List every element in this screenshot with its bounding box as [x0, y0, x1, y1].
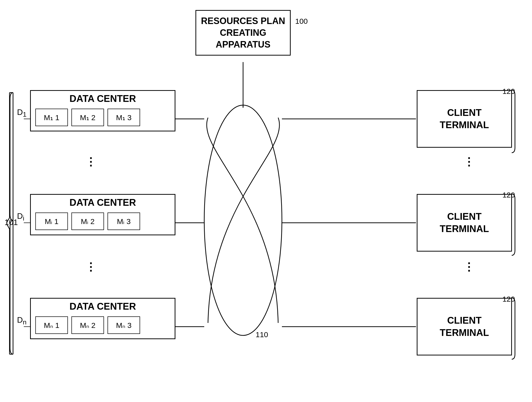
dc3-title: DATA CENTER — [31, 299, 175, 314]
rpca-title3: APPARATUS — [216, 39, 271, 50]
rpca-title: RESOURCES PLAN — [201, 16, 285, 26]
dc2-m3: Mᵢ 3 — [108, 213, 140, 230]
dc1-m3: M₁ 3 — [108, 109, 140, 126]
ct3-box: CLIENTTERMINAL — [417, 298, 512, 355]
dc3-m2: Mₙ 2 — [71, 316, 104, 334]
dots-dc1-dc2: ⋮ — [85, 155, 96, 168]
dc1-m2: M₁ 2 — [71, 109, 104, 126]
ct2-label: CLIENTTERMINAL — [440, 211, 489, 235]
dc3-m3: Mₙ 3 — [108, 316, 140, 334]
dc1-box: DATA CENTER M₁ 1 M₁ 2 M₁ 3 — [30, 90, 175, 131]
dc3-m1: Mₙ 1 — [35, 316, 68, 334]
dc2-m2: Mᵢ 2 — [71, 213, 104, 230]
dc2-m1: Mᵢ 1 — [35, 213, 68, 230]
di-label: Di — [17, 212, 24, 222]
ct2-box: CLIENTTERMINAL — [417, 194, 512, 252]
dots-ct1-ct2: ⋮ — [463, 155, 474, 168]
ct1-label: CLIENTTERMINAL — [440, 107, 489, 131]
dc3-machines: Mₙ 1 Mₙ 2 Mₙ 3 — [31, 314, 175, 338]
ct2-ref: 120 — [502, 191, 515, 199]
ct1-ref: 120 — [502, 87, 515, 96]
dots-dc2-dc3: ⋮ — [85, 260, 96, 273]
dc1-machines: M₁ 1 M₁ 2 M₁ 3 — [31, 106, 175, 131]
dc2-box: DATA CENTER Mᵢ 1 Mᵢ 2 Mᵢ 3 — [30, 194, 175, 235]
dc3-box: DATA CENTER Mₙ 1 Mₙ 2 Mₙ 3 — [30, 298, 175, 339]
dc2-title: DATA CENTER — [31, 195, 175, 210]
rpca-title2: CREATING — [220, 28, 266, 38]
ct3-label: CLIENTTERMINAL — [440, 314, 489, 339]
group-ref-label: 101 — [5, 218, 18, 227]
dc1-title: DATA CENTER — [31, 91, 175, 106]
ct3-ref: 120 — [502, 295, 515, 303]
ct1-box: CLIENTTERMINAL — [417, 90, 512, 148]
svg-point-1 — [204, 105, 282, 335]
dots-ct2-ct3: ⋮ — [463, 260, 474, 273]
rpca-ref: 100 — [295, 17, 308, 26]
diagram: RESOURCES PLAN CREATING APPARATUS 100 DA… — [0, 0, 532, 402]
d1-label: D1 — [17, 108, 27, 118]
dc1-m1: M₁ 1 — [35, 109, 68, 126]
rpca-box: RESOURCES PLAN CREATING APPARATUS — [195, 10, 291, 56]
network-ref: 110 — [256, 330, 268, 339]
dc2-machines: Mᵢ 1 Mᵢ 2 Mᵢ 3 — [31, 210, 175, 235]
dn-label: Dn — [17, 315, 27, 326]
